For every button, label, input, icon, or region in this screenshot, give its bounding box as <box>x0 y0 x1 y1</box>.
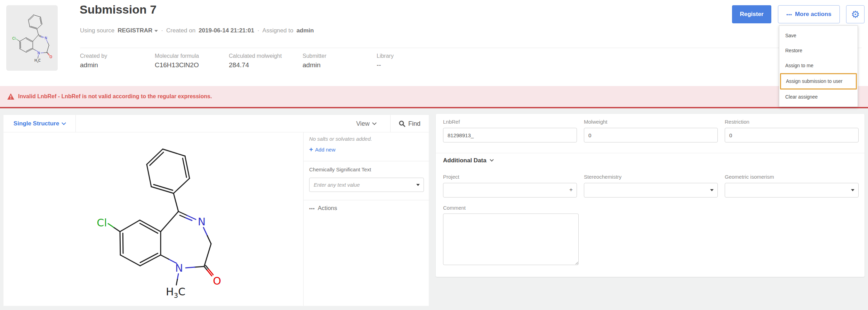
ellipsis-icon: ••• <box>786 12 792 17</box>
meta-molecular-formula: Molecular formula C16H13ClN2O <box>155 53 199 69</box>
restriction-input[interactable] <box>725 128 859 142</box>
divider <box>436 153 865 153</box>
submission-subline: Using source REGISTRAR · Created on 2019… <box>80 27 314 34</box>
lnbref-field <box>443 128 577 142</box>
dot-separator: · <box>161 27 163 34</box>
salts-sidebar: No salts or solvates added. + Add new Ch… <box>303 132 429 306</box>
restriction-field <box>725 128 859 142</box>
cst-field <box>309 178 424 192</box>
meta-library: Library -- <box>377 53 394 69</box>
stereochemistry-label: Stereochemistry <box>584 174 621 180</box>
cst-label: Chemically Significant Text <box>309 166 371 172</box>
assigned-to-label: Assigned to <box>263 27 294 34</box>
additional-data-toggle[interactable]: Additional Data <box>443 157 493 164</box>
ellipsis-icon: ••• <box>309 206 315 211</box>
chevron-down-icon <box>372 121 377 125</box>
restriction-label: Restriction <box>725 119 749 125</box>
stereochemistry-field <box>584 183 718 197</box>
cst-input[interactable] <box>309 178 424 192</box>
chevron-down-icon <box>154 30 158 32</box>
settings-button[interactable]: ⚙ <box>846 5 865 23</box>
geometric-isomerism-select[interactable] <box>725 183 859 197</box>
page-header: Submission 7 Using source REGISTRAR · Cr… <box>0 0 868 86</box>
menu-item-clear-assignee[interactable]: Clear assignee <box>779 90 858 104</box>
dot-separator: · <box>257 27 259 34</box>
molweight-field <box>584 128 718 142</box>
header-divider <box>80 48 862 48</box>
molecule-thumbnail-drawing <box>10 10 54 65</box>
created-on-value: 2019-06-14 21:21:01 <box>199 27 254 34</box>
meta-created-by: Created by admin <box>80 53 107 69</box>
divider <box>304 161 429 161</box>
geometric-isomerism-field <box>725 183 859 197</box>
comment-textarea[interactable] <box>443 214 579 265</box>
more-actions-menu: Save Restore Assign to me Assign submiss… <box>779 25 858 107</box>
meta-submitter: Submitter admin <box>303 53 326 69</box>
lnbref-input[interactable] <box>443 128 577 142</box>
chevron-down-icon <box>62 121 66 125</box>
project-input[interactable] <box>443 183 577 197</box>
add-new-link[interactable]: + Add new <box>309 146 335 153</box>
more-actions-button[interactable]: ••• More actions <box>778 5 840 23</box>
stereochemistry-select[interactable] <box>584 183 718 197</box>
structure-panel: Single Structure View Find No salts or s… <box>3 115 429 306</box>
menu-item-save[interactable]: Save <box>779 28 858 43</box>
molecule-canvas <box>3 132 303 306</box>
assigned-to-value: admin <box>296 27 314 34</box>
warning-icon <box>7 93 15 100</box>
molecule-thumbnail <box>6 5 58 71</box>
molweight-input[interactable] <box>584 128 718 142</box>
meta-calculated-molweight: Calculated molweight 284.74 <box>229 53 282 69</box>
salts-empty-text: No salts or solvates added. <box>309 136 372 142</box>
page-title: Submission 7 <box>80 3 156 16</box>
comment-label: Comment <box>443 205 466 211</box>
created-on-label: Created on <box>166 27 195 34</box>
project-label: Project <box>443 174 459 180</box>
source-dropdown[interactable]: REGISTRAR <box>118 27 158 34</box>
gear-icon: ⚙ <box>851 9 860 20</box>
submission-form-card: LnbRef Molweight Restriction Additional … <box>436 114 865 277</box>
divider <box>304 200 429 200</box>
search-icon <box>399 121 405 127</box>
find-button[interactable]: Find <box>390 115 429 132</box>
molweight-label: Molweight <box>584 119 608 125</box>
structure-toolbar: Single Structure View Find <box>3 115 429 132</box>
structure-type-dropdown[interactable]: Single Structure <box>3 115 76 132</box>
actions-menu[interactable]: ••• Actions <box>309 205 337 212</box>
lnbref-label: LnbRef <box>443 119 460 125</box>
project-field: + <box>443 183 577 197</box>
plus-icon: + <box>309 146 313 153</box>
comment-field <box>443 214 579 265</box>
error-banner: Invalid LnbRef - LnbRef is not valid acc… <box>0 86 868 108</box>
register-button[interactable]: Register <box>732 5 771 23</box>
error-banner-text: Invalid LnbRef - LnbRef is not valid acc… <box>18 93 212 100</box>
menu-item-restore[interactable]: Restore <box>779 43 858 58</box>
chevron-down-icon <box>490 158 493 162</box>
menu-item-assign-to-me[interactable]: Assign to me <box>779 58 858 73</box>
geometric-isomerism-label: Geometric isomerism <box>725 174 774 180</box>
view-dropdown[interactable]: View <box>346 115 386 132</box>
using-source-label: Using source <box>80 27 114 34</box>
menu-item-assign-submission-to-user[interactable]: Assign submission to user <box>780 73 857 90</box>
